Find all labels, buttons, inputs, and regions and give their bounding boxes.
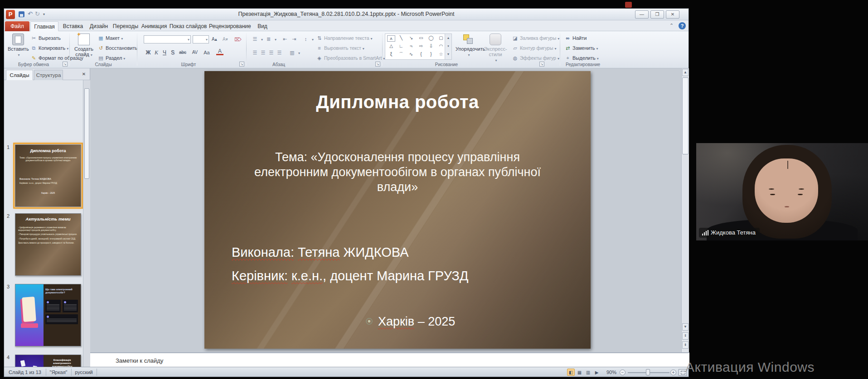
webcam-video[interactable]: Жидкова Тетяна	[696, 143, 868, 240]
theme-name[interactable]: "Яркая"	[48, 367, 69, 377]
tab-slideshow[interactable]: Показ слайдов	[169, 21, 207, 31]
slide-sorter-view-button[interactable]: ▦	[576, 369, 583, 376]
tab-file[interactable]: Файл	[5, 21, 29, 31]
increase-indent-button[interactable]: ⇥	[291, 35, 299, 43]
strikethrough-button[interactable]: abc	[177, 48, 188, 57]
align-right-button[interactable]: ☰	[268, 48, 276, 57]
shape-curve-icon[interactable]: ⌒	[396, 50, 406, 58]
close-button[interactable]: ✕	[666, 10, 679, 19]
shape-connector-icon[interactable]: ¬	[406, 42, 416, 50]
new-slide-button[interactable]: ✦ Создатьслайд▾	[72, 33, 96, 62]
bullets-button[interactable]: ☰▾	[252, 35, 263, 43]
numbering-button[interactable]: ≣▾	[265, 35, 276, 43]
italic-button[interactable]: К	[153, 48, 160, 57]
shape-oval-icon[interactable]: ◯	[426, 34, 436, 42]
align-left-button[interactable]: ☰	[252, 48, 260, 57]
shrink-font-button[interactable]: A▾	[223, 35, 228, 43]
shape-scribble-icon[interactable]: ξ	[386, 50, 396, 58]
clear-formatting-button[interactable]: ⌦	[234, 35, 242, 43]
grow-font-button[interactable]: A▴	[212, 35, 217, 43]
layout-button[interactable]: ▦Макет▾	[97, 34, 123, 42]
shape-arrow-icon[interactable]: ↘	[406, 34, 416, 42]
shapes-more-icon[interactable]: ▼	[447, 53, 450, 56]
align-text-button[interactable]: ≡Выровнять текст▾	[316, 44, 364, 52]
character-spacing-button[interactable]: AV	[190, 48, 200, 57]
shape-outline-button[interactable]: ▱Контур фигуры▾	[512, 44, 556, 52]
language-indicator[interactable]: русский	[73, 367, 95, 377]
slideshow-view-button[interactable]: ▶	[593, 369, 601, 376]
shapes-scroll-up-icon[interactable]: ▲	[447, 36, 450, 39]
font-dialog-launcher-icon[interactable]: ↘	[239, 62, 244, 67]
cut-button[interactable]: ✂Вырезать	[30, 34, 61, 42]
smartart-button[interactable]: ◈Преобразовать в SmartArt▾	[316, 54, 385, 62]
restore-button[interactable]: ❐	[650, 10, 664, 19]
save-icon[interactable]	[19, 11, 24, 17]
shapes-gallery[interactable]: A ╲ ↘ ▭ ◯ ▢ △ ∟ ¬ ⇨ ⇩ ◠ ξ ⌒ ∿ { }	[385, 34, 452, 60]
text-shadow-button[interactable]: S	[169, 48, 176, 57]
shape-left-brace-icon[interactable]: {	[416, 50, 426, 58]
drawing-dialog-launcher-icon[interactable]: ↘	[539, 62, 544, 67]
qat-customize-icon[interactable]: ▾	[43, 12, 45, 16]
clipboard-dialog-launcher-icon[interactable]: ↘	[63, 62, 68, 67]
shape-down-arrow-icon[interactable]: ⇩	[426, 42, 436, 50]
font-size-combo[interactable]	[193, 35, 209, 43]
shape-fill-button[interactable]: ◪Заливка фигуры▾	[512, 34, 559, 42]
shape-line-icon[interactable]: ╲	[396, 34, 406, 42]
panel-close-icon[interactable]: ✕	[80, 71, 87, 78]
tab-transitions[interactable]: Переходы	[112, 21, 139, 31]
scroll-up-icon[interactable]: ▲	[682, 69, 689, 76]
align-center-button[interactable]: ☰	[260, 48, 268, 57]
tab-design[interactable]: Дизайн	[87, 21, 110, 31]
zoom-slider-thumb[interactable]	[646, 369, 650, 375]
paragraph-dialog-launcher-icon[interactable]: ↘	[375, 62, 380, 67]
shape-elbow-icon[interactable]: ∟	[396, 42, 406, 50]
reset-button[interactable]: ↺Восстановить	[97, 44, 137, 52]
help-button[interactable]: ?	[679, 22, 686, 29]
quick-styles-button[interactable]: Экспресс-стили▾	[482, 33, 509, 62]
decrease-indent-button[interactable]: ⇤	[281, 35, 290, 43]
next-slide-icon[interactable]: ⇟	[682, 341, 689, 349]
shape-right-arrow-icon[interactable]: ⇨	[416, 42, 426, 50]
notes-pane[interactable]: Заметки к слайду	[90, 352, 689, 368]
minimize-button[interactable]: —	[635, 10, 649, 19]
font-name-combo[interactable]	[144, 35, 191, 43]
line-spacing-button[interactable]: ↕▾	[302, 35, 314, 43]
previous-slide-icon[interactable]: ⇞	[682, 332, 689, 340]
tab-insert[interactable]: Вставка	[60, 21, 86, 31]
bold-button[interactable]: Ж	[145, 48, 152, 57]
scroll-down-icon[interactable]: ▼	[682, 323, 689, 331]
panel-tab-outline[interactable]: Структура	[34, 70, 63, 80]
slide-thumbnail-1[interactable]: Дипломна робота Тема: «Удосконалення про…	[15, 144, 81, 207]
font-color-button[interactable]: A	[216, 48, 223, 55]
zoom-out-button[interactable]: −	[620, 369, 626, 375]
arrange-button[interactable]: Упорядочить▾	[456, 33, 481, 62]
select-button[interactable]: ⌖Выделить▾	[564, 54, 599, 62]
reading-view-button[interactable]: ▥	[584, 369, 592, 376]
tab-animations[interactable]: Анимация	[141, 21, 167, 31]
panel-tab-slides[interactable]: Слайды	[6, 70, 33, 80]
shape-right-brace-icon[interactable]: }	[426, 50, 436, 58]
panel-scrollbar[interactable]	[83, 80, 90, 368]
shape-textbox-icon[interactable]: A	[387, 35, 395, 42]
paste-button[interactable]: Вставить▾	[8, 33, 29, 62]
slide-thumbnail-4[interactable]: ✎ Класифікація електронного документообі…	[15, 355, 81, 368]
shape-triangle-icon[interactable]: △	[386, 42, 396, 50]
minimize-ribbon-icon[interactable]: ⌃	[669, 23, 674, 29]
change-case-button[interactable]: Aa	[202, 48, 212, 57]
scrollbar-thumb[interactable]	[682, 77, 689, 154]
panel-scrollbar-thumb[interactable]	[84, 88, 89, 179]
underline-button[interactable]: Ч	[161, 48, 168, 57]
slide-thumbnail-3[interactable]: Що таке електронний документообіг?	[15, 284, 81, 346]
zoom-level[interactable]: 90%	[604, 367, 619, 377]
shape-effects-button[interactable]: ◍Эффекты фигур▾	[512, 54, 559, 62]
slide-thumbnail-2[interactable]: Актуальність теми - Цифровізація державн…	[15, 213, 81, 276]
tab-home[interactable]: Главная	[30, 21, 58, 31]
shape-wave-icon[interactable]: ∿	[406, 50, 416, 58]
tab-review[interactable]: Рецензирование	[209, 21, 251, 31]
replace-button[interactable]: ⇄Заменить▾	[564, 44, 598, 52]
undo-icon[interactable]: ↶	[28, 10, 33, 17]
shapes-scroll-down-icon[interactable]: ▾	[447, 44, 449, 48]
shape-rectangle-icon[interactable]: ▭	[416, 34, 426, 42]
normal-view-button[interactable]: ◧	[567, 369, 575, 376]
slide-counter[interactable]: Слайд 1 из 13	[6, 367, 44, 377]
